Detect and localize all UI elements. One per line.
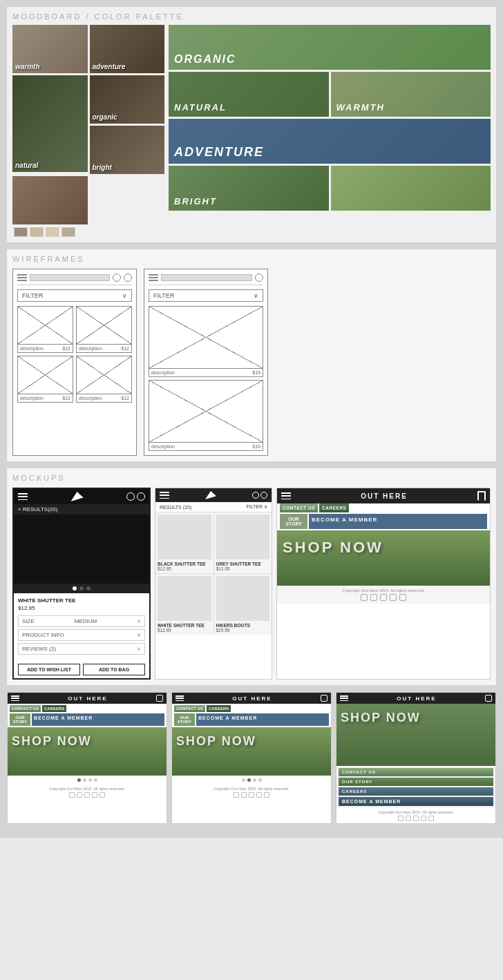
bm-3-brand: OUT HERE	[350, 695, 483, 702]
bm-2-become[interactable]: BECOME A MEMBER	[196, 713, 329, 726]
wf-filter-bar-1[interactable]: FILTER ∨	[17, 289, 132, 302]
bm-2-contact[interactable]: CONTACT US	[174, 705, 205, 712]
mock-size-value: MEDIUM	[75, 618, 97, 624]
bm-1-ham[interactable]	[11, 695, 19, 701]
wf-hamburger-1[interactable]	[17, 274, 27, 281]
mock-dot-3[interactable]	[86, 586, 91, 590]
bm-1-twitter-icon[interactable]	[69, 792, 75, 798]
mock-bag-icon	[137, 492, 145, 501]
mock-info-row[interactable]: PRODUCT INFO ∨	[18, 629, 145, 641]
mock-dot-1[interactable]	[73, 586, 77, 590]
mock-our-story[interactable]: OUR STORY	[280, 514, 307, 529]
bm-2-dot-3[interactable]	[253, 778, 256, 782]
bm-3-gplus-icon[interactable]	[413, 816, 419, 821]
bm-2-dot-2[interactable]	[247, 778, 251, 782]
bm-1-dot-3[interactable]	[88, 778, 92, 782]
mock-list-user-icon	[252, 492, 259, 499]
bm-3-twitter-icon[interactable]	[398, 816, 404, 821]
wf-product-img-2	[77, 307, 131, 345]
bm-1-nav: CONTACT US CAREERS	[8, 704, 167, 713]
bm-2-dot-4[interactable]	[258, 778, 262, 782]
mock-nav-contact[interactable]: CONTACT US	[280, 503, 318, 512]
bm-2-shop-text: SHOP NOW	[176, 734, 327, 749]
wf-product-img-lg-2	[149, 381, 263, 443]
bm-3-fb-icon[interactable]	[406, 816, 411, 821]
wf-user-icon	[113, 273, 121, 282]
wf-hamburger-2[interactable]	[149, 274, 158, 281]
bm-2-careers[interactable]: CAREERS	[207, 705, 231, 712]
bm-3-become-item[interactable]: BECOME A MEMBER	[339, 797, 493, 806]
mock-list-name-3: WHITE SHUTTER TEE	[158, 623, 211, 628]
wf-filter-chevron: ∨	[122, 292, 127, 299]
wf-desc-4: description	[79, 396, 102, 401]
bm-1-dot-1[interactable]	[77, 778, 81, 782]
bm-1-rss-icon[interactable]	[99, 792, 105, 798]
bm-2-dot-1[interactable]	[242, 778, 245, 782]
mock-bag-btn[interactable]: ADD TO BAG	[83, 664, 145, 675]
bm-3-careers-item[interactable]: CAREERS	[339, 787, 493, 796]
mock-twitter-icon[interactable]	[361, 594, 368, 601]
wf-price-lg-1: $19	[252, 370, 260, 375]
wf-product-info-4: description$12	[77, 394, 131, 402]
bm-1-dot-4[interactable]	[94, 778, 97, 782]
bm-3-ham[interactable]	[340, 695, 348, 701]
wf-filter-bar-2[interactable]: FILTER ∨	[149, 289, 263, 302]
bm-2-ham[interactable]	[175, 695, 184, 701]
bm-1-careers[interactable]: CAREERS	[42, 705, 66, 712]
wf-product-2: description$12	[76, 306, 132, 353]
moodboard-title: MOODBOARD / COLOR PALETTE	[12, 12, 491, 21]
bm-3-story-item[interactable]: OUR STORY	[339, 778, 493, 786]
bottom-mock-2: OUT HERE CONTACT US CAREERS OUR STORY BE…	[171, 692, 332, 824]
mock-nav-careers[interactable]: CAREERS	[319, 503, 349, 512]
wf-price-1: $12	[62, 346, 70, 351]
bm-2-ig-icon[interactable]	[256, 792, 262, 798]
bm-1-contact[interactable]: CONTACT US	[10, 705, 41, 712]
mock-filter-label: FILTER ∨	[246, 504, 267, 510]
mock-gplus-icon[interactable]	[380, 594, 387, 601]
mock-detail-icons	[126, 492, 145, 501]
mock-back-label[interactable]: < RESULTS(20)	[14, 504, 149, 515]
mock-list-ham[interactable]	[160, 492, 169, 499]
mock-facebook-icon[interactable]	[370, 594, 377, 601]
mock-home-ham[interactable]	[281, 492, 291, 499]
mock-list-img-3	[158, 576, 211, 621]
wf-product-img-1	[18, 307, 73, 345]
wf-product-lg-1: description$19	[149, 306, 263, 377]
bm-2-fb-icon[interactable]	[241, 792, 247, 798]
bm-1-gplus-icon[interactable]	[84, 792, 90, 798]
mock-dot-2[interactable]	[79, 586, 84, 590]
wf-product-img-4	[77, 356, 131, 394]
bm-1-ig-icon[interactable]	[92, 792, 97, 798]
bm-2-twitter-icon[interactable]	[234, 792, 239, 798]
bm-2-shop: SHOP NOW	[172, 727, 331, 776]
bm-1-become[interactable]: BECOME A MEMBER	[32, 713, 164, 726]
bm-3-contact-item[interactable]: CONTACT US	[339, 768, 493, 776]
mock-rss-icon[interactable]	[399, 594, 406, 601]
mock-list-item-1[interactable]: BLACK SHUTTER TEE $12.95	[155, 512, 213, 573]
mock-list-item-4[interactable]: HIKERS BOOTS $29.99	[214, 574, 272, 635]
mock-detail-ham[interactable]	[18, 493, 28, 500]
bm-1-dot-2[interactable]	[83, 778, 86, 782]
mock-instagram-icon[interactable]	[390, 594, 397, 601]
mock-reviews-label: REVIEWS (2)	[22, 646, 56, 652]
mock-list-item-3[interactable]: WHITE SHUTTER TEE $12.95	[155, 574, 213, 635]
mock-list-item-2[interactable]: GREY SHUTTER TEE $12.95	[214, 512, 272, 573]
mood-label-adventure: adventure	[93, 63, 126, 70]
bm-2-rss-icon[interactable]	[264, 792, 269, 798]
bm-3-rss-icon[interactable]	[428, 816, 434, 821]
wf-user-icon-2	[255, 273, 263, 282]
bm-1-shop: SHOP NOW	[8, 727, 167, 776]
bm-2-gplus-icon[interactable]	[249, 792, 254, 798]
bm-1-fb-icon[interactable]	[77, 792, 82, 798]
bm-2-story[interactable]: OUR STORY	[174, 713, 195, 726]
mock-size-row[interactable]: SIZE MEDIUM ∨	[18, 615, 145, 627]
bm-1-story[interactable]: OUR STORY	[10, 713, 30, 726]
wf-desc-lg-1: description	[151, 370, 175, 375]
mock-wishlist-btn[interactable]: ADD TO WISH LIST	[18, 664, 80, 675]
mock-become-member[interactable]: BECOME A MEMBER	[309, 514, 487, 529]
mock-reviews-row[interactable]: REVIEWS (2) ∨	[18, 643, 145, 655]
wf-desc-lg-2: description	[151, 444, 175, 449]
mock-shop-now-text[interactable]: SHOP NOW	[283, 539, 484, 557]
bm-3-ig-icon[interactable]	[421, 816, 426, 821]
mock-list-price-2: $12.95	[216, 566, 270, 571]
